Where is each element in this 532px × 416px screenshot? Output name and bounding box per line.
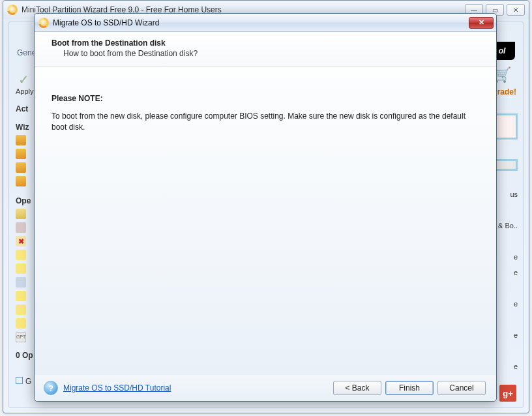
tutorial-link[interactable]: Migrate OS to SSD/HD Tutorial xyxy=(63,383,171,393)
finish-button[interactable]: Finish xyxy=(385,381,434,395)
main-close-button[interactable]: ✕ xyxy=(507,4,525,16)
note-heading: Please NOTE: xyxy=(52,94,482,103)
wizard-icon xyxy=(16,176,26,186)
wizard-icon xyxy=(16,162,26,173)
tools-icon xyxy=(16,222,26,233)
note-text: To boot from the new disk, please config… xyxy=(52,111,482,134)
apply-check-icon xyxy=(18,72,33,86)
dialog-body: Please NOTE: To boot from the new disk, … xyxy=(35,67,496,375)
wizard-icon xyxy=(16,149,26,159)
op-icon xyxy=(16,250,26,260)
gpt-icon: GPT xyxy=(16,332,26,342)
cancel-button[interactable]: Cancel xyxy=(437,381,486,395)
dialog-titlebar[interactable]: Migrate OS to SSD/HD Wizard ✕ xyxy=(35,14,496,32)
google-plus-icon[interactable]: g+ xyxy=(499,385,516,402)
dialog-step-title: Boot from the Destination disk xyxy=(52,38,496,48)
back-button[interactable]: < Back xyxy=(333,381,381,395)
dialog-close-button[interactable]: ✕ xyxy=(469,17,494,29)
help-icon[interactable]: ? xyxy=(44,381,58,395)
legend-g: G xyxy=(25,377,31,386)
dialog-title: Migrate OS to SSD/HD Wizard xyxy=(53,18,159,27)
app-icon xyxy=(7,5,18,15)
note-icon xyxy=(16,305,26,315)
format-icon xyxy=(16,209,26,219)
dialog-header: Boot from the Destination disk How to bo… xyxy=(35,32,496,67)
disk-icon xyxy=(16,277,26,288)
legend-checkbox xyxy=(16,377,23,384)
op-icon xyxy=(16,318,26,329)
delete-icon: ✖ xyxy=(16,236,26,246)
app-icon xyxy=(38,18,49,28)
dialog-step-subtitle: How to boot from the Destination disk? xyxy=(63,49,496,58)
dialog-footer: ? Migrate OS to SSD/HD Tutorial < Back F… xyxy=(35,375,496,401)
op-icon xyxy=(16,291,26,301)
wizard-icon xyxy=(16,135,26,145)
migrate-wizard-dialog: Migrate OS to SSD/HD Wizard ✕ Boot from … xyxy=(34,13,497,402)
op-icon xyxy=(16,263,26,274)
